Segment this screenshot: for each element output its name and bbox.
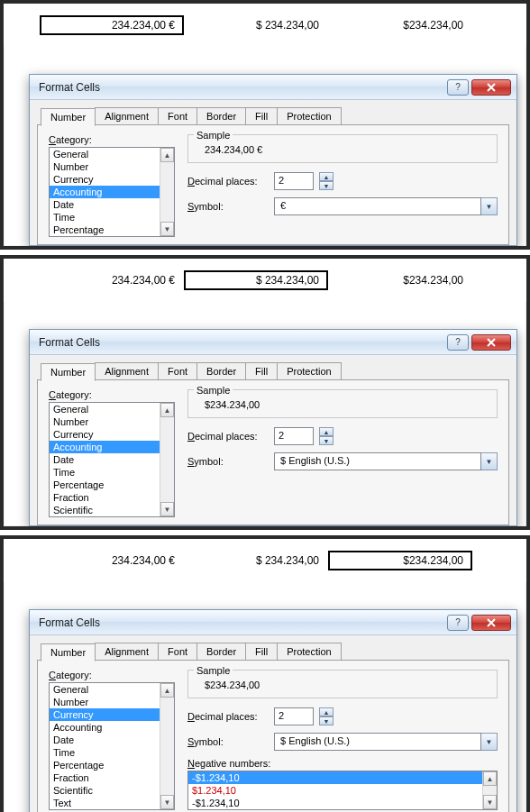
spin-down-icon[interactable]: ▼ bbox=[319, 181, 334, 190]
help-button[interactable]: ? bbox=[447, 334, 469, 351]
category-item[interactable]: Special bbox=[50, 809, 160, 810]
scroll-up-icon[interactable]: ▲ bbox=[483, 771, 497, 786]
spreadsheet-cell[interactable]: $ 234.234,00 bbox=[184, 270, 328, 290]
category-item[interactable]: Currency bbox=[50, 708, 160, 721]
close-button[interactable] bbox=[471, 615, 511, 631]
tab-alignment[interactable]: Alignment bbox=[95, 643, 159, 660]
tab-fill[interactable]: Fill bbox=[245, 362, 278, 379]
listbox-scrollbar[interactable]: ▲▼ bbox=[160, 148, 174, 236]
category-item[interactable]: Percentage bbox=[50, 224, 160, 236]
spreadsheet-cell[interactable]: $234.234,00 bbox=[328, 270, 472, 290]
category-item[interactable]: General bbox=[50, 148, 160, 160]
decimal-places-input[interactable]: 2 bbox=[274, 427, 314, 445]
tab-number[interactable]: Number bbox=[41, 363, 96, 381]
symbol-value[interactable]: $ English (U.S.) bbox=[274, 733, 481, 751]
category-item[interactable]: Scientific bbox=[50, 504, 160, 516]
tab-protection[interactable]: Protection bbox=[277, 643, 342, 660]
tab-number[interactable]: Number bbox=[41, 108, 96, 126]
help-button[interactable]: ? bbox=[447, 79, 469, 96]
dialog-titlebar[interactable]: Format Cells? bbox=[30, 330, 516, 355]
category-item[interactable]: Date bbox=[50, 734, 160, 746]
symbol-dropdown[interactable]: $ English (U.S.)▼ bbox=[274, 733, 498, 751]
spreadsheet-cell[interactable]: 234.234,00 € bbox=[40, 15, 184, 35]
decimal-spinner[interactable]: ▲▼ bbox=[319, 707, 334, 725]
tab-number[interactable]: Number bbox=[41, 643, 96, 661]
scroll-down-icon[interactable]: ▼ bbox=[483, 795, 497, 809]
negative-numbers-listbox[interactable]: -$1.234,10$1.234,10-$1.234,10▲▼ bbox=[187, 771, 498, 810]
scroll-down-icon[interactable]: ▼ bbox=[160, 222, 174, 236]
scroll-up-icon[interactable]: ▲ bbox=[160, 403, 174, 417]
spreadsheet-cell[interactable]: 234.234,00 € bbox=[40, 270, 184, 290]
spin-up-icon[interactable]: ▲ bbox=[319, 172, 334, 181]
decimal-spinner[interactable]: ▲▼ bbox=[319, 172, 334, 190]
scroll-up-icon[interactable]: ▲ bbox=[160, 148, 174, 162]
negative-number-option[interactable]: -$1.234,10 bbox=[188, 771, 482, 784]
category-item[interactable]: Text bbox=[50, 516, 160, 517]
scroll-up-icon[interactable]: ▲ bbox=[160, 683, 174, 698]
category-item[interactable]: Accounting bbox=[50, 186, 160, 198]
category-item[interactable]: Scientific bbox=[50, 784, 160, 797]
category-item[interactable]: Percentage bbox=[50, 479, 160, 491]
decimal-places-input[interactable]: 2 bbox=[274, 172, 314, 190]
category-item[interactable]: Number bbox=[50, 415, 160, 428]
category-item[interactable]: Date bbox=[50, 453, 160, 466]
chevron-down-icon[interactable]: ▼ bbox=[481, 733, 498, 751]
tab-font[interactable]: Font bbox=[158, 107, 197, 124]
scroll-down-icon[interactable]: ▼ bbox=[160, 795, 174, 809]
dialog-titlebar[interactable]: Format Cells? bbox=[30, 75, 516, 100]
tab-font[interactable]: Font bbox=[158, 362, 197, 379]
negative-number-option[interactable]: $1.234,10 bbox=[188, 784, 482, 797]
listbox-scrollbar[interactable]: ▲▼ bbox=[160, 683, 174, 809]
category-item[interactable]: General bbox=[50, 683, 160, 696]
decimal-places-input[interactable]: 2 bbox=[274, 707, 314, 725]
negative-scrollbar[interactable]: ▲▼ bbox=[482, 771, 497, 809]
tab-fill[interactable]: Fill bbox=[245, 107, 278, 124]
category-listbox[interactable]: GeneralNumberCurrencyAccountingDateTimeP… bbox=[49, 147, 175, 237]
category-item[interactable]: Time bbox=[50, 466, 160, 479]
tab-font[interactable]: Font bbox=[158, 643, 197, 660]
tab-border[interactable]: Border bbox=[196, 643, 246, 660]
tab-alignment[interactable]: Alignment bbox=[95, 107, 159, 124]
spin-down-icon[interactable]: ▼ bbox=[319, 716, 334, 725]
tab-fill[interactable]: Fill bbox=[245, 643, 278, 660]
listbox-scrollbar[interactable]: ▲▼ bbox=[160, 403, 174, 516]
chevron-down-icon[interactable]: ▼ bbox=[481, 197, 498, 215]
category-listbox[interactable]: GeneralNumberCurrencyAccountingDateTimeP… bbox=[49, 402, 175, 517]
spreadsheet-cell[interactable]: $ 234.234,00 bbox=[184, 15, 328, 35]
spin-up-icon[interactable]: ▲ bbox=[319, 427, 334, 436]
category-item[interactable]: Number bbox=[50, 696, 160, 708]
close-button[interactable] bbox=[471, 334, 511, 351]
scroll-down-icon[interactable]: ▼ bbox=[160, 502, 174, 516]
category-item[interactable]: Percentage bbox=[50, 759, 160, 771]
spreadsheet-cell[interactable]: $234.234,00 bbox=[328, 15, 472, 35]
spin-down-icon[interactable]: ▼ bbox=[319, 436, 334, 445]
category-item[interactable]: Currency bbox=[50, 173, 160, 186]
tab-border[interactable]: Border bbox=[196, 107, 246, 124]
category-item[interactable]: Fraction bbox=[50, 236, 160, 237]
chevron-down-icon[interactable]: ▼ bbox=[481, 452, 498, 470]
symbol-dropdown[interactable]: $ English (U.S.)▼ bbox=[274, 452, 498, 470]
category-item[interactable]: Accounting bbox=[50, 441, 160, 453]
symbol-value[interactable]: $ English (U.S.) bbox=[274, 452, 481, 470]
spreadsheet-cell[interactable]: 234.234,00 € bbox=[40, 551, 184, 570]
category-item[interactable]: Number bbox=[50, 160, 160, 173]
category-item[interactable]: Time bbox=[50, 746, 160, 759]
spreadsheet-cell[interactable]: $ 234.234,00 bbox=[184, 551, 328, 570]
decimal-spinner[interactable]: ▲▼ bbox=[319, 427, 334, 445]
category-item[interactable]: General bbox=[50, 403, 160, 415]
symbol-value[interactable]: € bbox=[274, 197, 481, 215]
tab-alignment[interactable]: Alignment bbox=[95, 362, 159, 379]
help-button[interactable]: ? bbox=[447, 615, 469, 631]
tab-border[interactable]: Border bbox=[196, 362, 246, 379]
tab-protection[interactable]: Protection bbox=[277, 107, 342, 124]
negative-number-option[interactable]: -$1.234,10 bbox=[188, 797, 482, 809]
category-listbox[interactable]: GeneralNumberCurrencyAccountingDateTimeP… bbox=[49, 682, 175, 810]
category-item[interactable]: Fraction bbox=[50, 491, 160, 504]
spin-up-icon[interactable]: ▲ bbox=[319, 707, 334, 716]
spreadsheet-cell[interactable]: $234.234,00 bbox=[328, 551, 472, 570]
category-item[interactable]: Time bbox=[50, 211, 160, 224]
category-item[interactable]: Fraction bbox=[50, 771, 160, 784]
tab-protection[interactable]: Protection bbox=[277, 362, 342, 379]
symbol-dropdown[interactable]: €▼ bbox=[274, 197, 498, 215]
category-item[interactable]: Date bbox=[50, 198, 160, 211]
